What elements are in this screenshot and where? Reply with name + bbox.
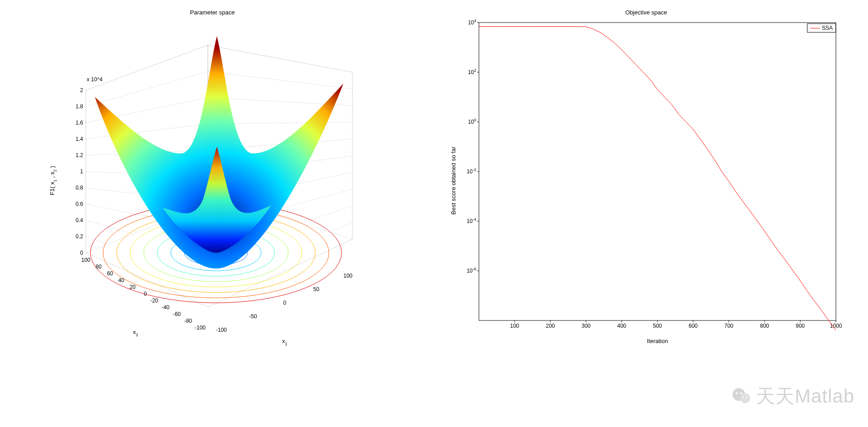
z-tick-labels: 0 0.2 0.4 0.6 0.8 1 1.2 1.4 1.6 1.8 2 xyxy=(75,87,83,256)
svg-text:2: 2 xyxy=(80,87,83,93)
svg-text:-100: -100 xyxy=(195,325,206,331)
xlabel-right: Iteration xyxy=(647,338,668,344)
svg-text:100: 100 xyxy=(81,257,90,263)
svg-text:1000: 1000 xyxy=(830,323,842,329)
svg-text:900: 900 xyxy=(796,323,805,329)
svg-text:-20: -20 xyxy=(150,297,159,304)
svg-text:10-2: 10-2 xyxy=(467,167,476,175)
svg-point-100 xyxy=(746,396,747,398)
svg-text:60: 60 xyxy=(107,270,113,277)
svg-text:0.2: 0.2 xyxy=(75,233,83,240)
convergence-plot: 104 102 100 10-2 10-4 10-6 100 200 xyxy=(447,18,845,348)
surface3d-plot: 0 0.2 0.4 0.6 0.8 1 1.2 1.4 1.6 1.8 2 x … xyxy=(27,18,398,361)
zlabel: F1( x1 , x2 ) xyxy=(49,166,57,195)
svg-text:800: 800 xyxy=(760,323,769,329)
svg-point-97 xyxy=(736,392,737,394)
ylabel: x2 xyxy=(133,329,138,337)
svg-text:-100: -100 xyxy=(216,327,227,333)
svg-point-99 xyxy=(742,396,744,398)
svg-text:-80: -80 xyxy=(184,318,192,324)
svg-text:104: 104 xyxy=(468,19,476,26)
svg-text:1.8: 1.8 xyxy=(75,103,83,110)
svg-text:0: 0 xyxy=(80,250,83,256)
left-panel-parameter-space: Parameter space xyxy=(27,18,398,361)
svg-text:40: 40 xyxy=(118,277,125,283)
svg-text:1.4: 1.4 xyxy=(75,136,83,142)
svg-text:0.6: 0.6 xyxy=(75,201,83,207)
legend-line-icon xyxy=(810,28,820,28)
svg-text:1.2: 1.2 xyxy=(75,152,83,158)
svg-text:0: 0 xyxy=(283,300,286,306)
xlabel: x1 xyxy=(282,338,287,346)
svg-text:-60: -60 xyxy=(173,311,181,317)
svg-text:50: 50 xyxy=(313,286,319,292)
svg-text:0: 0 xyxy=(144,291,147,297)
left-panel-title: Parameter space xyxy=(27,9,398,16)
svg-text:600: 600 xyxy=(689,323,698,329)
matlab-figure: Parameter space xyxy=(0,0,868,427)
svg-text:10-4: 10-4 xyxy=(467,217,476,224)
svg-text:0.4: 0.4 xyxy=(75,217,83,223)
svg-text:1: 1 xyxy=(80,168,83,175)
wechat-icon xyxy=(731,385,752,407)
svg-text:-50: -50 xyxy=(249,313,257,320)
svg-text:300: 300 xyxy=(582,323,591,329)
watermark: 天天Matlab xyxy=(731,384,854,409)
svg-text:1.6: 1.6 xyxy=(75,120,83,126)
svg-text:500: 500 xyxy=(653,323,662,329)
svg-text:0.8: 0.8 xyxy=(75,185,83,191)
svg-text:20: 20 xyxy=(130,284,136,290)
ylabel-right: Best score obtained so far xyxy=(450,146,457,215)
svg-text:400: 400 xyxy=(617,323,626,329)
right-panel-title: Objective space xyxy=(447,9,845,16)
svg-text:102: 102 xyxy=(468,68,476,75)
svg-text:-40: -40 xyxy=(162,304,170,311)
svg-text:100: 100 xyxy=(468,118,476,125)
legend: SSA xyxy=(807,23,836,32)
z-multiplier: x 10^4 xyxy=(87,76,103,83)
legend-label: SSA xyxy=(822,25,833,31)
svg-text:100: 100 xyxy=(343,273,352,279)
svg-text:10-6: 10-6 xyxy=(467,267,476,274)
svg-point-98 xyxy=(740,392,742,394)
right-panel-objective-space: Objective space 104 102 100 10-2 10-4 xyxy=(447,18,845,361)
y-ticks: 104 102 100 10-2 10-4 10-6 xyxy=(467,19,479,274)
svg-text:80: 80 xyxy=(96,264,102,270)
x-ticks: 100 200 300 400 500 600 700 800 900 1000 xyxy=(510,320,842,329)
watermark-text: 天天Matlab xyxy=(756,384,854,409)
svg-text:200: 200 xyxy=(546,323,555,329)
svg-text:700: 700 xyxy=(724,323,733,329)
svg-point-96 xyxy=(740,393,750,403)
svg-text:100: 100 xyxy=(510,323,519,329)
axes-box xyxy=(479,23,836,320)
